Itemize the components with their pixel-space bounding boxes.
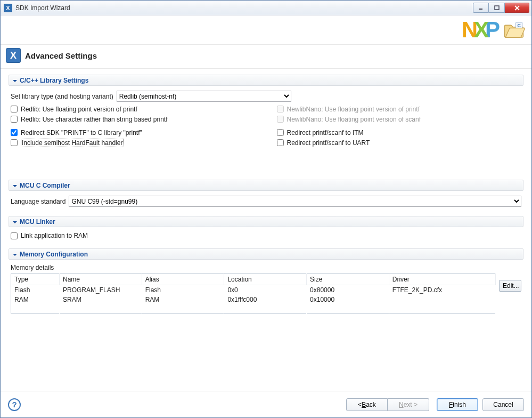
check-redirect-sdk-printf[interactable]: Redirect SDK "PRINTF" to C library "prin… [11,127,256,138]
checkbox-include-semihost-handler[interactable] [11,139,18,146]
next-button: Next > [388,398,429,411]
memory-details-label: Memory details [11,264,496,271]
svg-text:C: C [517,23,521,28]
checkbox-redlib-float-printf[interactable] [11,106,18,112]
page-title: Advanced Settings [25,51,97,60]
language-standard-select[interactable]: GNU C99 (-std=gnu99) [69,196,521,207]
header-strip: X Advanced Settings [1,45,531,69]
minimize-icon [478,6,484,10]
svg-rect-1 [495,6,499,10]
col-size[interactable]: Size [307,274,389,285]
col-driver[interactable]: Driver [389,274,495,285]
footer: ? < Back Next > Finish Cancel [1,391,531,417]
wizard-window: X SDK Import Wizard N X P C [0,0,532,418]
check-redirect-itm[interactable]: Redirect printf/scanf to ITM [277,127,522,138]
label-language-standard: Language standard [11,198,66,205]
section-mcu-linker: MCU Linker Link application to RAM [8,215,524,246]
checkbox-newlibnano-float-printf [277,106,284,112]
nxp-logo: N X P [462,17,498,43]
banner: N X P C [1,15,531,45]
header-icon: X [6,48,21,63]
col-name[interactable]: Name [60,274,142,285]
maximize-icon [494,5,500,11]
checkbox-redirect-uart[interactable] [277,139,284,146]
check-newlibnano-float-scanf: NewlibNano: Use floating point version o… [277,114,522,124]
memory-table[interactable]: Type Name Alias Location Size Driver [11,274,496,314]
section-title-memory: Memory Configuration [20,251,88,258]
library-type-select[interactable]: Redlib (semihost-nf) [117,91,291,102]
section-title-linker: MCU Linker [20,218,55,226]
section-body-memory: Memory details Type Name Alias Location … [9,260,523,318]
window-title: SDK Import Wizard [15,4,473,12]
section-memory-config: Memory Configuration Memory details Type… [8,248,524,318]
chevron-down-icon [12,78,18,83]
section-header-memory[interactable]: Memory Configuration [9,248,523,260]
check-newlibnano-float-printf: NewlibNano: Use floating point version o… [277,104,522,114]
section-title-compiler: MCU C Compiler [20,182,70,189]
section-title-library: C/C++ Library Settings [20,77,88,84]
cancel-button[interactable]: Cancel [482,398,524,411]
maximize-button[interactable] [489,3,505,13]
close-icon [514,5,520,11]
section-body-compiler: Language standard GNU C99 (-std=gnu99) [9,191,523,213]
check-redlib-char-printf[interactable]: Redlib: Use character rather than string… [11,114,256,124]
checkbox-redirect-sdk-printf[interactable] [11,129,18,136]
folder-icon: C [503,20,525,39]
section-body-library: Set library type (and hosting variant) R… [9,86,523,152]
help-icon[interactable]: ? [8,398,21,411]
checkbox-newlibnano-float-scanf [277,116,284,123]
col-location[interactable]: Location [224,274,307,285]
section-library-settings: C/C++ Library Settings Set library type … [8,74,524,152]
section-body-linker: Link application to RAM [9,227,523,245]
minimize-button[interactable] [473,3,489,13]
col-type[interactable]: Type [11,274,60,285]
titlebar: X SDK Import Wizard [1,1,531,15]
finish-button[interactable]: Finish [437,398,478,411]
check-redlib-float-printf[interactable]: Redlib: Use floating point version of pr… [11,104,256,114]
checkbox-link-to-ram[interactable] [11,232,18,239]
checkbox-redirect-itm[interactable] [277,129,284,136]
window-controls [473,3,529,13]
section-header-compiler[interactable]: MCU C Compiler [9,180,523,191]
checkbox-redlib-char-printf[interactable] [11,116,18,123]
close-button[interactable] [505,3,529,13]
table-row[interactable]: Flash PROGRAM_FLASH Flash 0x0 0x80000 FT… [11,285,496,295]
chevron-down-icon [12,219,18,224]
chevron-down-icon [12,252,18,257]
back-button[interactable]: < Back [346,398,388,411]
check-link-to-ram[interactable]: Link application to RAM [11,230,521,241]
section-header-linker[interactable]: MCU Linker [9,216,523,227]
check-redirect-uart[interactable]: Redirect printf/scanf to UART [277,138,522,148]
edit-memory-button[interactable]: Edit... [499,280,521,292]
section-header-library[interactable]: C/C++ Library Settings [9,75,523,86]
table-header-row: Type Name Alias Location Size Driver [11,274,496,285]
table-row[interactable]: RAM SRAM RAM 0x1fffc000 0x10000 [11,295,496,314]
app-icon: X [4,4,12,12]
content-area: C/C++ Library Settings Set library type … [1,69,531,391]
check-include-semihost-handler[interactable]: Include semihost HardFault handler [11,138,256,148]
section-mcu-compiler: MCU C Compiler Language standard GNU C99… [8,179,524,213]
label-set-library-type: Set library type (and hosting variant) [11,93,113,100]
col-alias[interactable]: Alias [142,274,224,285]
chevron-down-icon [12,183,18,188]
